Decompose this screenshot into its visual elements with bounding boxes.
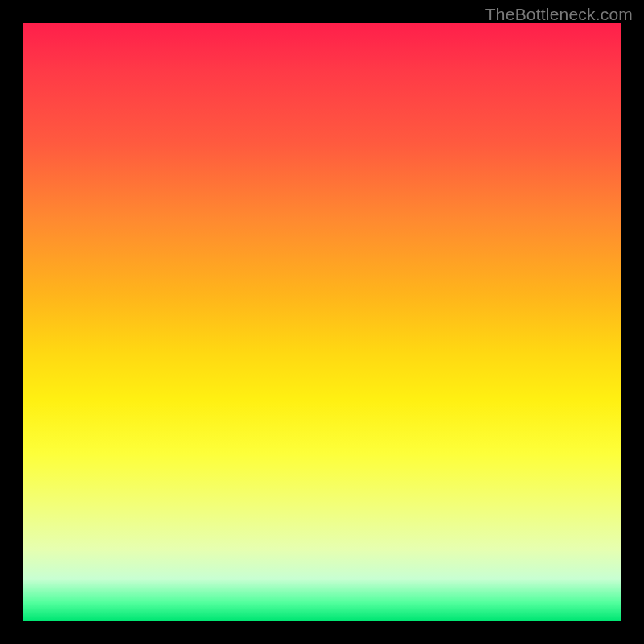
heat-gradient-background — [23, 23, 621, 621]
outer-frame: TheBottleneck.com — [0, 0, 644, 644]
plot-area — [23, 23, 621, 621]
watermark-label: TheBottleneck.com — [485, 5, 633, 24]
